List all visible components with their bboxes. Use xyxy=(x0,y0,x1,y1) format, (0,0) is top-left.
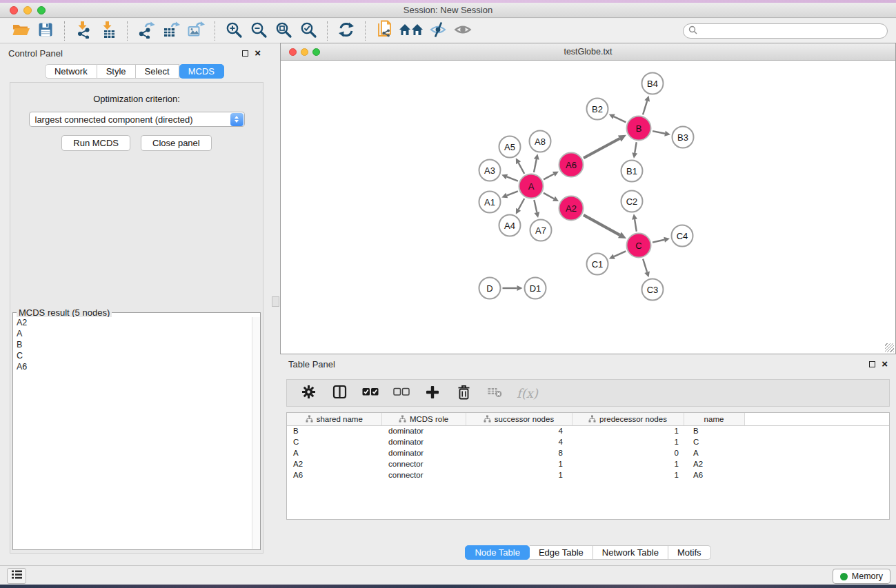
table-row[interactable]: Cdominator41C xyxy=(287,436,889,447)
zoom-fit-button[interactable] xyxy=(271,19,296,42)
import-network-button[interactable] xyxy=(71,19,96,42)
table-cell[interactable]: dominator xyxy=(381,436,466,447)
import-table-button[interactable] xyxy=(96,19,121,42)
table-row[interactable]: Bdominator41B xyxy=(287,425,889,436)
table-cell[interactable]: 4 xyxy=(466,436,572,447)
tab-network[interactable]: Network xyxy=(45,64,97,79)
graph-node-A1[interactable]: A1 xyxy=(479,191,501,214)
frame-close-button[interactable] xyxy=(289,48,297,56)
column-header-successor-nodes[interactable]: successor nodes xyxy=(466,413,572,425)
tab-style[interactable]: Style xyxy=(97,64,136,79)
graph-edge-C-C2[interactable] xyxy=(635,219,637,232)
column-header-mcds-role[interactable]: MCDS role xyxy=(381,413,466,425)
graph-edge-A-A4[interactable] xyxy=(519,199,525,210)
graph-edge-A-A6[interactable] xyxy=(544,174,554,179)
close-panel-icon[interactable]: × xyxy=(882,361,888,367)
export-table-button[interactable] xyxy=(159,19,183,42)
table-cell[interactable]: 4 xyxy=(466,425,572,436)
graph-edge-A-A8[interactable] xyxy=(534,159,537,172)
delete-table-button[interactable] xyxy=(486,382,504,405)
result-scrollbar[interactable] xyxy=(252,317,260,549)
zoom-window-button[interactable] xyxy=(37,6,46,14)
graph-edge-B-B4[interactable] xyxy=(643,101,647,114)
graph-node-B[interactable]: B xyxy=(626,116,652,141)
graph-edge-A-A2[interactable] xyxy=(544,193,554,199)
hide-graphics-details-button[interactable] xyxy=(426,19,450,42)
graph-node-C2[interactable]: C2 xyxy=(621,190,644,213)
graph-node-A8[interactable]: A8 xyxy=(529,130,552,153)
result-item[interactable]: A6 xyxy=(14,361,251,372)
column-header-shared-name[interactable]: shared name xyxy=(287,413,381,425)
result-item[interactable]: B xyxy=(14,339,251,350)
export-network-button[interactable] xyxy=(134,19,159,42)
column-header-name[interactable]: name xyxy=(684,413,744,425)
graph-edge-A-A7[interactable] xyxy=(534,200,537,212)
result-item[interactable]: C xyxy=(14,350,251,361)
graph-edge-C-C3[interactable] xyxy=(643,259,647,272)
table-cell[interactable]: 1 xyxy=(466,458,572,469)
table-cell[interactable]: A2 xyxy=(287,458,381,469)
close-window-button[interactable] xyxy=(10,6,18,14)
zoom-out-button[interactable] xyxy=(246,19,271,42)
table-cell[interactable]: 1 xyxy=(572,469,684,480)
graph-edge-A2-C[interactable] xyxy=(584,215,619,235)
table-cell[interactable]: connector xyxy=(381,458,466,469)
zoom-selected-button[interactable] xyxy=(296,19,321,42)
tab-select[interactable]: Select xyxy=(136,64,179,79)
graph-node-C[interactable]: C xyxy=(626,233,652,258)
float-panel-icon[interactable] xyxy=(242,50,248,57)
graph-node-D[interactable]: D xyxy=(479,277,501,300)
resize-grip-icon[interactable] xyxy=(885,343,894,352)
criterion-dropdown[interactable]: largest connected component (directed) xyxy=(29,112,245,127)
table-row[interactable]: A6connector11A6 xyxy=(287,469,889,480)
table-cell[interactable]: 1 xyxy=(466,469,572,480)
result-item[interactable]: A xyxy=(14,328,251,339)
graph-edge-B-B1[interactable] xyxy=(635,142,637,153)
table-cell[interactable]: A2 xyxy=(684,458,744,469)
frame-minimize-button[interactable] xyxy=(301,48,308,56)
close-panel-button[interactable]: Close panel xyxy=(141,135,212,151)
save-session-button[interactable] xyxy=(33,19,58,42)
graph-node-A4[interactable]: A4 xyxy=(499,214,521,237)
graph-node-A7[interactable]: A7 xyxy=(530,219,552,242)
show-graphics-details-button[interactable] xyxy=(450,19,475,42)
table-settings-button[interactable] xyxy=(299,382,317,405)
table-cell[interactable]: connector xyxy=(381,469,466,480)
table-cell[interactable]: B xyxy=(684,425,744,436)
graph-edge-B-B2[interactable] xyxy=(614,116,626,122)
search-input[interactable] xyxy=(700,26,882,36)
table-cell[interactable]: dominator xyxy=(381,447,466,458)
tab-motifs[interactable]: Motifs xyxy=(668,545,711,560)
unselect-all-columns-button[interactable] xyxy=(392,382,410,405)
table-row[interactable]: A2connector11A2 xyxy=(287,458,889,469)
graph-node-A5[interactable]: A5 xyxy=(499,136,521,159)
show-columns-button[interactable] xyxy=(330,382,348,405)
table-cell[interactable]: dominator xyxy=(381,425,466,436)
frame-zoom-button[interactable] xyxy=(312,48,320,56)
graph-node-B1[interactable]: B1 xyxy=(621,160,644,183)
table-cell[interactable]: A xyxy=(287,447,381,458)
graph-node-C3[interactable]: C3 xyxy=(641,278,664,301)
task-history-button[interactable] xyxy=(7,568,26,584)
table-cell[interactable]: 1 xyxy=(572,458,684,469)
graph-node-A[interactable]: A xyxy=(519,174,544,199)
graph-edge-B-B3[interactable] xyxy=(653,131,665,134)
graph-node-A6[interactable]: A6 xyxy=(559,152,584,178)
graph-node-C1[interactable]: C1 xyxy=(586,253,609,276)
graph-node-B4[interactable]: B4 xyxy=(641,72,664,95)
graph-node-C4[interactable]: C4 xyxy=(671,225,694,247)
tab-mcds[interactable]: MCDS xyxy=(179,64,224,79)
export-image-button[interactable] xyxy=(183,19,208,42)
graph-edge-A6-B[interactable] xyxy=(584,139,619,158)
graph-node-A3[interactable]: A3 xyxy=(479,159,501,182)
minimize-window-button[interactable] xyxy=(23,6,32,14)
delete-column-button[interactable] xyxy=(455,382,472,405)
network-canvas[interactable]: B4B2BB3B1A5A8A3A6AA1A4A7A2C2CC1C4C3DD1 xyxy=(281,61,895,354)
vertical-split-handle[interactable] xyxy=(272,296,279,307)
table-cell[interactable]: C xyxy=(287,436,381,447)
graph-edge-A-A5[interactable] xyxy=(519,163,525,174)
clone-network-button[interactable] xyxy=(372,19,397,42)
run-mcds-button[interactable]: Run MCDS xyxy=(61,135,130,151)
zoom-in-button[interactable] xyxy=(221,19,246,42)
select-all-columns-button[interactable] xyxy=(361,382,379,405)
